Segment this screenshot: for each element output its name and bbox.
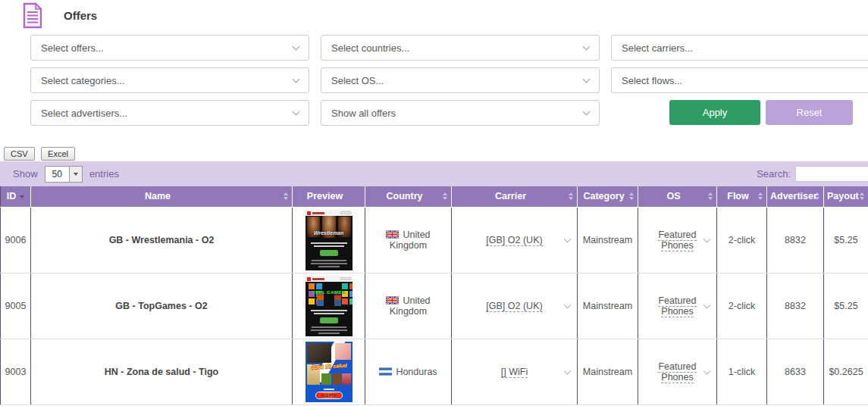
sort-icon — [443, 192, 447, 200]
offer-flow-cell: 2-click — [717, 273, 767, 339]
filter-select-os[interactable]: Select OS... — [321, 67, 600, 93]
show-label: Show — [13, 168, 38, 180]
offer-os-select-cell[interactable]: Featured Phones — [638, 207, 717, 273]
column-header-payout[interactable]: Payout — [824, 186, 868, 207]
filter-actions: Apply Reset — [611, 100, 868, 126]
offer-os-select-cell[interactable]: Featured Phones — [638, 273, 717, 339]
column-header-preview[interactable]: Preview — [293, 186, 365, 207]
chevron-down-icon — [583, 43, 591, 51]
search-label: Search: — [757, 168, 791, 180]
filter-select-countries[interactable]: Select countries... — [321, 35, 600, 61]
offer-country-cell: United Kingdom — [365, 273, 452, 339]
column-header-flow-label: Flow — [727, 191, 748, 201]
entries-label: entries — [89, 168, 119, 180]
column-header-country[interactable]: Country — [365, 186, 452, 207]
offer-flow-cell: 2-click — [717, 207, 767, 273]
offers-document-icon — [23, 2, 42, 32]
sort-icon — [860, 192, 864, 200]
table-row: 9006 GB - Wrestlemania - O2 Wrestleman — [1, 207, 868, 273]
chevron-down-icon — [564, 301, 572, 308]
column-header-flow[interactable]: Flow — [717, 186, 767, 207]
chevron-down-icon — [583, 76, 591, 83]
filter-select-carriers-value: Select carriers... — [622, 42, 693, 54]
offer-name-cell: GB - Wrestlemania - O2 — [31, 207, 293, 273]
offer-id-cell: 9006 — [1, 207, 31, 273]
column-header-category-label: Category — [583, 191, 624, 201]
filter-select-offers-value: Select offers... — [41, 42, 104, 54]
offer-carrier-select-cell[interactable]: [GB] O2 (UK) — [452, 273, 578, 339]
filter-select-os-value: Select OS... — [331, 75, 384, 86]
os-value[interactable]: Featured Phones — [658, 361, 696, 383]
sort-icon — [708, 192, 713, 200]
chevron-down-icon — [564, 235, 572, 242]
filter-select-categories-value: Select categories... — [41, 75, 125, 86]
filter-select-flows[interactable]: Select flows... — [611, 67, 868, 93]
filter-select-advertisers-value: Select advertisers... — [41, 108, 127, 119]
offer-id-cell: 9003 — [1, 339, 31, 404]
offer-name-cell: HN - Zona de salud - Tigo — [31, 339, 293, 404]
sort-icon — [815, 192, 819, 200]
filter-select-show-mode[interactable]: Show all offers — [321, 100, 600, 126]
offer-category-cell: Mainstream — [578, 273, 638, 339]
carrier-value[interactable]: [GB] O2 (UK) — [486, 235, 542, 246]
offer-preview-cell: Wrestleman — [293, 207, 365, 273]
filter-select-advertisers[interactable]: Select advertisers... — [30, 100, 309, 126]
page-header: Offers — [0, 0, 868, 35]
sort-icon — [758, 192, 763, 200]
offer-country-cell: United Kingdom — [365, 207, 452, 273]
filter-select-show-mode-value: Show all offers — [331, 108, 396, 119]
filter-select-categories[interactable]: Select categories... — [30, 67, 309, 93]
column-header-carrier[interactable]: Carrier — [452, 186, 578, 207]
offer-preview-cell: CELL GAMES — [293, 273, 365, 339]
filter-select-flows-value: Select flows... — [622, 75, 682, 86]
offer-category-cell: Mainstream — [578, 339, 638, 404]
carrier-value[interactable]: [GB] O2 (UK) — [486, 301, 542, 312]
uk-flag-icon — [386, 296, 399, 304]
filter-select-offers[interactable]: Select offers... — [30, 35, 309, 61]
column-header-country-label: Country — [387, 191, 423, 201]
page-size-value: 50 — [45, 167, 69, 182]
export-excel-button[interactable]: Excel — [41, 147, 75, 161]
table-row: 9005 GB - TopGames - O2 CELL GAMES — [1, 273, 868, 339]
chevron-down-icon — [583, 108, 591, 116]
carrier-value[interactable]: [] WiFi — [501, 367, 528, 378]
offer-country-cell: Honduras — [365, 339, 452, 404]
reset-button[interactable]: Reset — [766, 100, 853, 125]
column-header-id[interactable]: ID — [1, 186, 31, 207]
column-header-os-label: OS — [666, 191, 680, 201]
sort-desc-icon — [20, 195, 24, 198]
filters-panel: Select offers... Select countries... Sel… — [30, 35, 868, 126]
page-size-select[interactable]: 50 — [45, 166, 83, 183]
offer-id-cell: 9005 — [1, 273, 31, 339]
offer-preview-image: Wrestleman — [306, 210, 353, 270]
chevron-down-icon — [703, 235, 711, 242]
column-header-advertiser-label: Advertiser — [770, 191, 817, 201]
export-csv-button[interactable]: CSV — [4, 147, 35, 161]
page-title: Offers — [64, 9, 97, 22]
column-header-category[interactable]: Category — [578, 186, 638, 207]
offer-preview-image: Zona de salud ACEPTO — [306, 342, 353, 402]
column-header-preview-label: Preview — [307, 191, 343, 201]
table-controls-bar: Show 50 entries Search: — [0, 161, 868, 186]
offer-carrier-select-cell[interactable]: [GB] O2 (UK) — [452, 207, 578, 273]
offer-os-select-cell[interactable]: Featured Phones — [638, 339, 717, 404]
os-value[interactable]: Featured Phones — [658, 230, 696, 251]
table-header-row: ID Name Preview Country Carrier — [1, 186, 868, 207]
filter-select-carriers[interactable]: Select carriers... — [611, 35, 868, 61]
sort-icon — [569, 192, 573, 200]
column-header-name[interactable]: Name — [31, 186, 293, 207]
column-header-name-label: Name — [145, 191, 171, 201]
search-input[interactable] — [795, 166, 868, 182]
offer-advertiser-cell: 8832 — [767, 273, 824, 339]
filter-select-countries-value: Select countries... — [331, 42, 409, 54]
offer-carrier-select-cell[interactable]: [] WiFi — [452, 339, 578, 404]
chevron-down-icon — [293, 76, 300, 83]
offer-flow-cell: 1-click — [717, 339, 767, 404]
column-header-advertiser[interactable]: Advertiser — [767, 186, 824, 207]
column-header-os[interactable]: OS — [638, 186, 717, 207]
chevron-down-icon — [293, 43, 300, 51]
sort-icon — [284, 192, 288, 200]
os-value[interactable]: Featured Phones — [658, 295, 696, 317]
uk-flag-icon — [386, 230, 399, 239]
apply-button[interactable]: Apply — [669, 100, 760, 125]
